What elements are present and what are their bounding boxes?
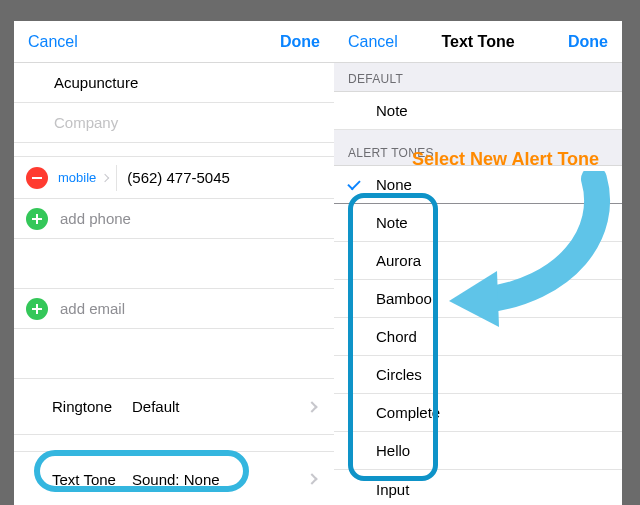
add-icon[interactable]: [26, 298, 48, 320]
tone-label: Aurora: [376, 252, 421, 269]
tone-row-none[interactable]: None: [334, 166, 622, 204]
tone-row[interactable]: Input: [334, 470, 622, 505]
add-icon[interactable]: [26, 208, 48, 230]
phone-label[interactable]: mobile: [58, 170, 96, 185]
cancel-button[interactable]: Cancel: [348, 33, 398, 51]
chevron-right-icon: [306, 473, 317, 484]
delete-phone-icon[interactable]: [26, 167, 48, 189]
tone-row[interactable]: Hello: [334, 432, 622, 470]
section-header-alert-tones: ALERT TONES: [334, 130, 622, 166]
tone-label: Complete: [376, 404, 440, 421]
tone-row[interactable]: Circles: [334, 356, 622, 394]
cancel-button[interactable]: Cancel: [28, 33, 78, 51]
divider: [116, 165, 117, 191]
phone-value[interactable]: (562) 477-5045: [127, 169, 230, 186]
company-field[interactable]: Company: [14, 103, 334, 143]
tone-label: Circles: [376, 366, 422, 383]
chevron-right-icon: [306, 401, 317, 412]
add-phone-row[interactable]: add phone: [14, 199, 334, 239]
add-email-row[interactable]: add email: [14, 289, 334, 329]
add-email-label: add email: [60, 300, 125, 317]
company-name-value: Acupuncture: [54, 74, 138, 91]
ringtone-row[interactable]: Ringtone Default: [14, 379, 334, 435]
edit-contact-panel: Cancel Done Acupuncture Company mobile (…: [14, 21, 334, 484]
tone-label: Bamboo: [376, 290, 432, 307]
add-phone-label: add phone: [60, 210, 131, 227]
edit-contact-header: Cancel Done: [14, 21, 334, 63]
default-tone-value: Note: [376, 102, 408, 119]
gap: [14, 239, 334, 289]
checkmark-icon: [347, 176, 360, 189]
company-placeholder: Company: [54, 114, 118, 131]
tone-row[interactable]: Aurora: [334, 242, 622, 280]
tone-label: Input: [376, 481, 409, 498]
ringtone-label: Ringtone: [52, 398, 132, 415]
gap: [14, 329, 334, 379]
tone-label: Note: [376, 214, 408, 231]
tone-row[interactable]: Complete: [334, 394, 622, 432]
tone-label: None: [376, 176, 412, 193]
tone-label: Chord: [376, 328, 417, 345]
chevron-right-icon: [101, 173, 109, 181]
done-button[interactable]: Done: [568, 33, 608, 51]
phone-row[interactable]: mobile (562) 477-5045: [14, 157, 334, 199]
tone-label: Hello: [376, 442, 410, 459]
company-name-field[interactable]: Acupuncture: [14, 63, 334, 103]
tone-row[interactable]: Bamboo: [334, 280, 622, 318]
done-button[interactable]: Done: [280, 33, 320, 51]
tone-row[interactable]: Chord: [334, 318, 622, 356]
text-tone-panel: Cancel Text Tone Done DEFAULT Note ALERT…: [334, 21, 622, 484]
text-tone-row[interactable]: Text Tone Sound: None: [14, 451, 334, 505]
ringtone-value: Default: [132, 398, 180, 415]
default-tone-row[interactable]: Note: [334, 92, 622, 130]
text-tone-value: Sound: None: [132, 471, 220, 488]
text-tone-label: Text Tone: [52, 471, 132, 488]
text-tone-header: Cancel Text Tone Done: [334, 21, 622, 63]
tone-row[interactable]: Note: [334, 204, 622, 242]
section-header-default: DEFAULT: [334, 63, 622, 92]
